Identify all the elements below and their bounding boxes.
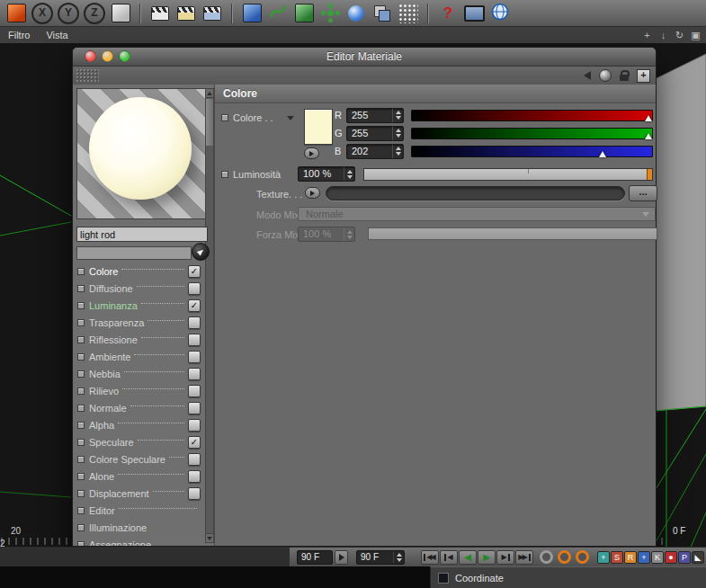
slider-handle-icon[interactable] [645,115,652,121]
channel-checkbox[interactable] [188,470,201,483]
channel-item-displacement[interactable]: Displacement [73,485,205,502]
channel-handle[interactable] [77,541,85,547]
color-value-field-r[interactable]: 255 [346,108,404,123]
channel-checkbox[interactable]: ✓ [188,436,201,449]
channel-handle[interactable] [77,319,85,326]
channel-item-alone[interactable]: Alone [73,468,205,485]
channel-checkbox[interactable] [188,282,201,295]
texture-expand-button[interactable] [305,187,320,199]
grip-handle-icon[interactable] [76,68,99,82]
stepper-arrows[interactable] [392,109,403,122]
render-settings-icon[interactable] [201,3,223,24]
new-tab-icon[interactable]: + [637,69,650,83]
color-slider-g[interactable] [411,128,653,139]
channel-item-luminanza[interactable]: Luminanza✓ [73,297,205,314]
channel-item-normale[interactable]: Normale [73,399,205,416]
channel-item-colore[interactable]: Colore✓ [73,263,205,280]
color-model-dropdown-icon[interactable] [287,116,294,120]
channel-handle[interactable] [77,370,85,378]
color-slider-r[interactable] [411,110,653,121]
record-active-objects-icon[interactable] [540,550,553,564]
play-prefs-icon[interactable]: P [678,551,691,564]
channel-handle[interactable] [77,268,85,275]
color-animate-toggle[interactable] [221,114,228,121]
slider-handle-icon[interactable] [599,151,606,157]
texture-path-field[interactable] [326,186,625,200]
menu-filtro[interactable]: Filtro [0,30,38,40]
minimize-button[interactable] [102,50,113,62]
texture-pick-button[interactable] [192,243,210,261]
menu-vista[interactable]: Vista [38,30,76,40]
stepper-down-icon[interactable] [396,116,401,120]
channel-checkbox[interactable] [188,351,201,363]
stepper-up-icon[interactable] [396,129,401,132]
close-button[interactable] [85,50,96,62]
render-picture-viewer-icon[interactable] [175,3,197,24]
channel-item-illuminazione[interactable]: Illuminazione [73,519,205,536]
texture-browse-button[interactable]: ... [629,185,657,201]
channel-item-diffusione[interactable]: Diffusione [73,280,205,297]
channel-item-editor[interactable]: Editor [73,502,205,519]
pan-view-icon[interactable]: + [642,30,652,41]
channel-checkbox[interactable]: ✓ [188,299,201,312]
toggle-view-icon[interactable]: ▣ [691,30,701,41]
x-axis-lock-icon[interactable]: X [31,3,53,24]
app-cube-icon[interactable] [5,3,27,24]
z-axis-lock-icon[interactable]: Z [84,3,105,24]
rotate-view-icon[interactable]: ↻ [675,30,684,41]
channel-handle[interactable] [77,473,85,480]
zoom-button[interactable] [119,50,130,62]
autokeying-icon[interactable] [558,550,571,564]
channel-handle[interactable] [77,405,85,412]
add-boolean-icon[interactable] [371,3,393,24]
scale-key-icon[interactable]: S [611,551,623,564]
channel-checkbox[interactable] [188,316,201,329]
add-generator-icon[interactable] [293,3,315,24]
channel-item-assegnazione[interactable]: Assegnazione [73,536,205,546]
mix-mode-dropdown[interactable]: Normale [298,207,656,221]
pla-key-icon[interactable]: K [651,551,664,564]
render-view-icon[interactable] [149,3,171,24]
mix-strength-field[interactable]: 100 % [298,227,355,242]
scroll-down-icon[interactable] [206,533,213,542]
add-metaball-icon[interactable] [345,3,367,24]
channel-handle[interactable] [77,388,85,395]
material-search-input[interactable] [76,246,192,260]
material-name-input[interactable] [76,227,208,242]
help-icon[interactable]: ? [437,3,459,24]
channel-item-colore-speculare[interactable]: Colore Speculare [73,450,205,468]
channel-checkbox[interactable] [188,334,201,346]
stepper-down-icon[interactable] [396,134,401,138]
channel-item-ambiente[interactable]: Ambiente [73,348,205,365]
channel-checkbox[interactable] [188,453,201,466]
goto-frame-button[interactable] [335,550,348,565]
previous-frame-button[interactable]: ◀ [440,550,458,565]
timeline-ruler-area[interactable] [0,548,290,567]
scroll-up-icon[interactable] [206,89,213,98]
stepper-arrows[interactable] [344,227,354,241]
position-key-icon[interactable]: + [597,551,610,564]
channel-item-rilievo[interactable]: Rilievo [73,382,205,399]
brightness-value-field[interactable]: 100 % [298,166,355,182]
left-panel-scrollbar[interactable] [205,88,214,543]
channel-checkbox[interactable] [188,402,201,414]
play-forwards-button[interactable]: ▶ [478,550,496,565]
online-globe-icon[interactable] [489,3,511,24]
brightness-slider[interactable] [363,168,653,181]
stepper-up-icon[interactable] [396,111,401,114]
parameter-key-icon[interactable]: + [638,551,650,564]
channel-item-alpha[interactable]: Alpha [73,416,205,433]
channel-handle[interactable] [77,456,85,463]
channel-handle[interactable] [77,490,85,497]
channel-handle[interactable] [77,336,85,343]
rotation-key-icon[interactable]: R [624,551,637,564]
brightness-animate-toggle[interactable] [221,171,228,178]
channel-handle[interactable] [77,353,85,361]
nav-back-icon[interactable] [584,71,591,80]
slider-handle-icon[interactable] [645,133,652,139]
brightness-slider-handle[interactable] [647,169,652,180]
color-expand-button[interactable] [304,147,319,159]
coordinate-panel[interactable]: Coordinate [430,566,706,588]
channel-handle[interactable] [77,422,85,429]
color-slider-b[interactable] [411,146,653,157]
